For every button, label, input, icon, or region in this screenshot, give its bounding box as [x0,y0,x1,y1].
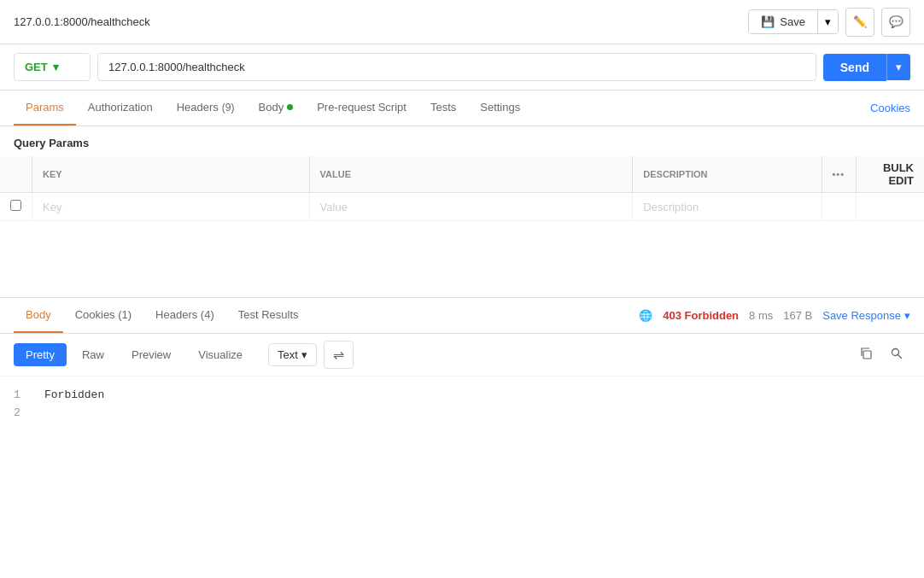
params-area: Query Params KEY VALUE DESCRIPTION ••• B… [0,126,924,297]
tab-settings[interactable]: Settings [468,90,532,126]
response-content-1: Forbidden [44,387,104,405]
save-response-button[interactable]: Save Response ▾ [822,309,910,322]
comment-button[interactable]: 💬 [881,8,910,37]
response-tabs: Body Cookies (1) Headers (4) Test Result… [0,298,924,334]
method-selector[interactable]: GET ▾ [14,53,91,81]
tab-body[interactable]: Body [247,90,306,126]
view-tab-pretty[interactable]: Pretty [14,343,67,366]
format-selector[interactable]: Text ▾ [268,343,317,366]
format-label: Text [278,348,298,361]
view-tab-preview[interactable]: Preview [120,343,183,366]
params-table: KEY VALUE DESCRIPTION ••• Bulk Edit Key [0,156,924,221]
search-button[interactable] [883,342,910,369]
value-cell[interactable]: Value [309,193,633,221]
status-code: 403 Forbidden [663,309,739,322]
view-tab-raw[interactable]: Raw [70,343,116,366]
save-chevron-button[interactable]: ▾ [817,10,838,33]
description-cell[interactable]: Description [633,193,822,221]
copy-button[interactable] [852,342,880,369]
chevron-down-icon: ▾ [904,309,910,322]
param-checkbox[interactable] [10,200,21,211]
url-bar: GET ▾ Send ▾ [0,44,924,90]
checkbox-col-header [0,156,32,193]
key-cell[interactable]: Key [32,193,310,221]
wrap-icon: ⇌ [333,347,344,362]
line-number-1: 1 [14,387,27,405]
body-dot-indicator [287,104,293,110]
key-col-header: KEY [32,156,310,193]
save-button-group: 💾 Save ▾ [748,9,839,34]
globe-icon: 🌐 [639,309,652,322]
tab-tests[interactable]: Tests [418,90,468,126]
svg-rect-0 [863,351,871,359]
response-body: 1 Forbidden 2 [0,377,924,433]
tab-headers[interactable]: Headers (9) [165,90,247,126]
chevron-down-icon: ▾ [825,15,831,28]
wrap-button[interactable]: ⇌ [324,341,354,369]
response-line-1: 1 Forbidden [14,387,910,405]
line-number-2: 2 [14,405,27,423]
query-params-label: Query Params [0,126,924,156]
status-time: 8 ms [749,309,773,322]
bulk-edit-label[interactable]: Bulk Edit [883,161,914,187]
tab-authorization[interactable]: Authorization [76,90,165,126]
svg-line-2 [898,355,902,359]
save-label: Save [780,15,805,28]
top-bar-actions: 💾 Save ▾ ✏️ 💬 [748,8,910,37]
method-chevron-icon: ▾ [53,61,59,73]
top-bar: 127.0.0.1:8000/healthcheck 💾 Save ▾ ✏️ 💬 [0,0,924,44]
response-tab-body[interactable]: Body [14,298,63,333]
response-toolbar: Pretty Raw Preview Visualize Text ▾ ⇌ [0,334,924,377]
row-bulk [856,193,924,221]
response-tab-cookies[interactable]: Cookies (1) [63,298,143,333]
value-col-header: VALUE [309,156,633,193]
save-button[interactable]: 💾 Save [749,10,817,33]
response-status: 🌐 403 Forbidden 8 ms 167 B Save Response… [639,309,910,322]
cookies-link[interactable]: Cookies [870,102,910,114]
response-line-2: 2 [14,405,910,423]
row-checkbox[interactable] [0,193,32,221]
response-tab-headers[interactable]: Headers (4) [143,298,226,333]
search-icon [890,347,904,363]
response-section: Body Cookies (1) Headers (4) Test Result… [0,298,924,433]
send-button[interactable]: Send [823,54,886,81]
tab-pre-request[interactable]: Pre-request Script [305,90,418,126]
method-label: GET [25,61,48,73]
send-button-group: Send ▾ [823,54,910,81]
pencil-icon: ✏️ [853,15,868,28]
save-icon: 💾 [761,15,775,28]
edit-button[interactable]: ✏️ [845,8,874,37]
desc-col-header: DESCRIPTION [633,156,822,193]
comment-icon: 💬 [889,15,904,28]
status-size: 167 B [783,309,812,322]
more-options-icon[interactable]: ••• [833,169,845,179]
request-tabs: Params Authorization Headers (9) Body Pr… [0,90,924,126]
table-row: Key Value Description [0,193,924,221]
chevron-down-icon: ▾ [896,61,902,73]
row-actions [822,193,856,221]
bulk-edit-col-header: Bulk Edit [856,156,924,193]
view-tab-visualize[interactable]: Visualize [186,343,254,366]
response-tab-test-results[interactable]: Test Results [226,298,311,333]
send-chevron-button[interactable]: ▾ [886,54,910,80]
tab-params[interactable]: Params [14,90,76,126]
copy-icon [859,347,873,363]
url-input[interactable] [97,53,816,81]
page-title: 127.0.0.1:8000/healthcheck [14,15,150,28]
chevron-down-icon: ▾ [301,348,307,361]
actions-col-header: ••• [822,156,856,193]
